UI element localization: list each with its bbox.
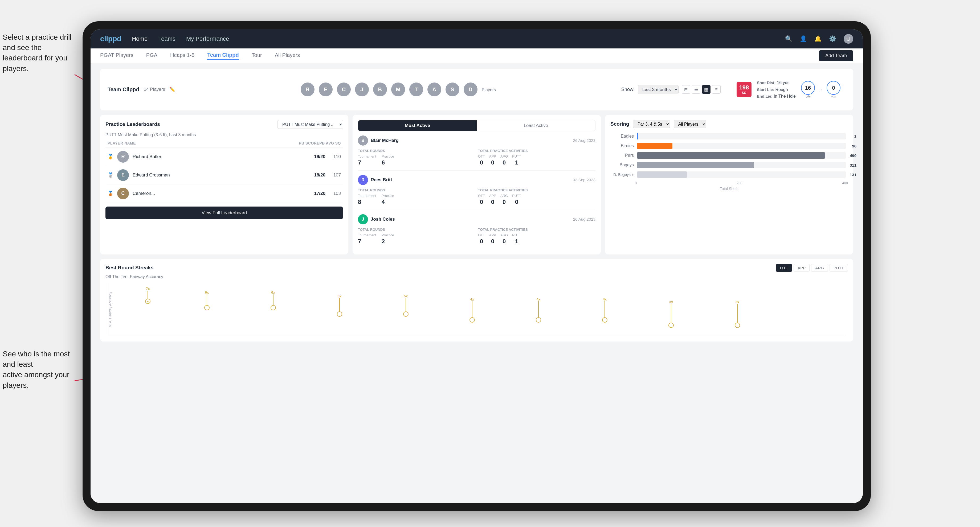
streaks-tabs: OTT APP ARG PUTT <box>776 264 848 272</box>
bar-row-bogeys: Bogeys 311 <box>612 162 846 168</box>
tab-least-active[interactable]: Least Active <box>477 120 595 131</box>
view-detail-icon[interactable]: ≡ <box>712 85 721 94</box>
activity-player-2: R Rees Britt 02 Sep 2023 Total Rounds To… <box>358 175 595 210</box>
player-avatar-2: E <box>319 83 332 96</box>
settings-icon[interactable]: ⚙️ <box>829 35 836 42</box>
streak-point-4: 5x <box>337 294 342 317</box>
tablet-frame: clippd Home Teams My Performance 🔍 👤 🔔 ⚙… <box>83 21 871 511</box>
shot-card: 198 SC Shot Dist: 16 yds Start Lie: Roug… <box>731 74 846 105</box>
subnav-team-clippd[interactable]: Team Clippd <box>207 52 239 60</box>
player-avatar-7: T <box>409 83 423 96</box>
subnav-pga[interactable]: PGA <box>146 52 158 59</box>
scoring-filter-par[interactable]: Par 3, 4 & 5s <box>633 120 670 128</box>
tab-putt[interactable]: PUTT <box>829 264 848 272</box>
activity-avatar-2: R <box>358 175 368 185</box>
add-team-button[interactable]: Add Team <box>819 50 853 61</box>
lb-rows: 🥇 R Richard Butler 19/20 110 🥈 E Edward … <box>105 148 343 203</box>
lb-subtitle: PUTT Must Make Putting (3-6 ft), Last 3 … <box>105 133 343 137</box>
team-title: Team Clippd <box>108 86 139 93</box>
streaks-chart: % A, Fairway Accuracy 7x ● 6x 6x <box>108 283 845 336</box>
show-label: Show: <box>621 87 635 92</box>
table-row: 🥇 R Richard Butler 19/20 110 <box>105 148 343 166</box>
lb-avatar-1: R <box>117 151 129 163</box>
shot-info: Shot Dist: 16 yds Start Lie: Rough End L… <box>757 79 796 100</box>
activity-avatar-3: J <box>358 214 368 224</box>
lb-title: Practice Leaderboards <box>105 121 160 127</box>
player-avatar-9: S <box>445 83 460 96</box>
activity-player-3: J Josh Coles 26 Aug 2023 Total Rounds To… <box>358 214 595 249</box>
nav-item-teams[interactable]: Teams <box>158 35 175 42</box>
tab-most-active[interactable]: Most Active <box>358 120 477 131</box>
streak-point-10: 3x <box>735 300 740 328</box>
bar-row-birdies: Birdies 96 <box>612 143 846 149</box>
streak-point-5: 5x <box>403 294 409 317</box>
streak-point-8: 4x <box>602 297 608 322</box>
scoring-title: Scoring <box>610 121 629 127</box>
view-grid-icon[interactable]: ⊞ <box>682 85 690 94</box>
lb-avatar-2: E <box>117 169 129 181</box>
players-row: R E C J B M T A S D Players <box>181 83 615 96</box>
player-avatar-4: J <box>355 83 369 96</box>
shot-circles: 16 yds → 0 yds <box>801 81 840 98</box>
y-axis-label: % A, Fairway Accuracy <box>108 292 112 327</box>
annotation-bottom-left: See who is the most and leastactive amon… <box>3 349 77 390</box>
drill-select[interactable]: PUTT Must Make Putting ... <box>277 120 343 129</box>
players-label: Players <box>482 87 496 92</box>
bar-row-eagles: Eagles 3 <box>612 133 846 140</box>
player-avatar-3: C <box>337 83 351 96</box>
streaks-subtitle: Off The Tee, Fairway Accuracy <box>105 275 848 279</box>
nav-item-home[interactable]: Home <box>132 35 148 42</box>
tab-app[interactable]: APP <box>794 264 810 272</box>
subnav-pgat[interactable]: PGAT Players <box>100 52 134 59</box>
player-avatar-10: D <box>464 83 477 96</box>
tab-arg[interactable]: ARG <box>811 264 828 272</box>
annotation-top-left-text: Select a practice drill and see the lead… <box>3 33 72 73</box>
team-count: | 14 Players <box>142 87 165 92</box>
subnav-all-players[interactable]: All Players <box>275 52 300 59</box>
shot-circle-1: 16 <box>801 81 815 95</box>
player-avatar-1: R <box>301 83 315 96</box>
table-row: 🥈 E Edward Crossman 18/20 107 <box>105 166 343 184</box>
annotation-top-left: Select a practice drill and see the lead… <box>3 32 77 74</box>
practice-leaderboard-card: Practice Leaderboards PUTT Must Make Put… <box>100 115 348 254</box>
user-icon[interactable]: 👤 <box>800 35 807 42</box>
subnav-hcaps[interactable]: Hcaps 1-5 <box>170 52 194 59</box>
scoring-card: Scoring Par 3, 4 & 5s All Players Eagles <box>605 115 853 254</box>
streak-point-9: 3x <box>668 300 674 328</box>
three-col: Practice Leaderboards PUTT Must Make Put… <box>100 115 853 254</box>
scoring-filter-players[interactable]: All Players <box>674 120 706 128</box>
streaks-card: Best Round Streaks OTT APP ARG PUTT Off … <box>100 259 853 341</box>
search-icon[interactable]: 🔍 <box>785 35 792 42</box>
view-card-icon[interactable]: ▦ <box>702 85 711 94</box>
show-select[interactable]: Last 3 months Last 6 months Last year <box>638 85 679 94</box>
edit-icon[interactable]: ✏️ <box>169 86 175 92</box>
view-list-icon[interactable]: ☰ <box>692 85 700 94</box>
player-avatar-6: M <box>391 83 405 96</box>
tab-ott[interactable]: OTT <box>776 264 792 272</box>
streak-point-6: 4x <box>469 297 475 322</box>
bar-row-dbogeys: D. Bogeys + 131 <box>612 171 846 178</box>
sub-nav: PGAT Players PGA Hcaps 1-5 Team Clippd T… <box>91 48 863 63</box>
activity-player-1: B Blair McHarg 26 Aug 2023 Total Rounds … <box>358 135 595 171</box>
player-avatar-8: A <box>428 83 441 96</box>
avatar-icon[interactable]: U <box>844 34 853 44</box>
bar-chart: Eagles 3 Birdies 96 <box>610 133 848 178</box>
view-leaderboard-button[interactable]: View Full Leaderboard <box>105 206 343 219</box>
activity-avatar-1: B <box>358 135 368 146</box>
bar-row-pars: Pars 499 <box>612 152 846 159</box>
activity-tabs: Most Active Least Active <box>358 120 595 131</box>
streak-point-3: 6x <box>270 290 276 310</box>
streak-point-2: 6x <box>204 290 210 310</box>
streak-point-7: 4x <box>536 297 541 322</box>
bell-icon[interactable]: 🔔 <box>815 35 822 42</box>
player-avatar-5: B <box>373 83 387 96</box>
nav-item-performance[interactable]: My Performance <box>186 35 229 42</box>
lb-header: PLAYER NAME PB SCORE PB AVG SQ <box>105 141 343 148</box>
chart-axis: 0 200 400 <box>610 181 848 185</box>
streaks-title: Best Round Streaks <box>105 265 154 271</box>
lb-avatar-3: C <box>117 187 129 199</box>
annotation-bottom-left-text: See who is the most and leastactive amon… <box>3 350 70 389</box>
subnav-tour[interactable]: Tour <box>252 52 262 59</box>
top-nav: clippd Home Teams My Performance 🔍 👤 🔔 ⚙… <box>91 29 863 48</box>
streak-point-1: 7x ● <box>145 287 151 304</box>
